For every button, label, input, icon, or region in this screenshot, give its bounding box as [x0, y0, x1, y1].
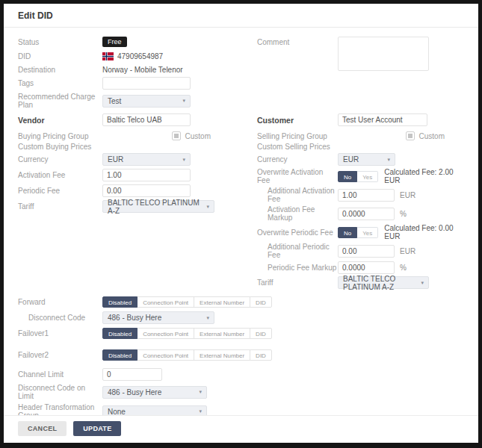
vendor-input[interactable]: [102, 113, 191, 126]
chevron-down-icon: ▾: [387, 157, 390, 163]
periodic-calculated-fee: Calculated Fee: 0.00 EUR: [384, 224, 463, 240]
status-badge: Free: [102, 37, 127, 47]
customer-input[interactable]: [338, 113, 427, 126]
activation-fee-input[interactable]: [102, 169, 191, 181]
update-button[interactable]: UPDATE: [73, 421, 121, 436]
vendor-currency-select[interactable]: EUR ▾: [102, 153, 191, 166]
disconnect-code-select[interactable]: 486 - Busy Here ▾: [102, 311, 214, 324]
percent-suffix: %: [400, 264, 407, 272]
failover2-option-external-number[interactable]: External Number: [194, 349, 250, 361]
overwrite-periodic-fee-toggle: No Yes: [338, 227, 378, 238]
activation-fee-label: Activation Fee: [18, 171, 102, 179]
forward-option-did[interactable]: DID: [250, 296, 272, 308]
forward-segment-group: Disabled Connection Point External Numbe…: [102, 296, 272, 308]
buying-custom-checkbox[interactable]: [172, 131, 181, 140]
eur-suffix: EUR: [400, 247, 415, 255]
channel-limit-input[interactable]: [102, 368, 162, 381]
periodic-fee-markup-label: Periodic Fee Markup: [257, 264, 338, 272]
customer-section-label: Customer: [257, 116, 338, 125]
chevron-down-icon: ▾: [206, 204, 209, 210]
overwrite-activation-fee-toggle: No Yes: [338, 171, 378, 182]
overwrite-periodic-no-button[interactable]: No: [338, 227, 357, 238]
selling-pricing-group-label: Selling Pricing Group: [257, 132, 338, 140]
edit-did-modal: Edit DID Status Free DID 47909654987 Des…: [0, 0, 482, 448]
failover1-option-external-number[interactable]: External Number: [194, 328, 250, 339]
chevron-down-icon: ▾: [199, 389, 202, 395]
customer-currency-label: Currency: [257, 155, 338, 164]
failover2-option-connection-point[interactable]: Connection Point: [137, 349, 194, 361]
failover1-segment-group: Disabled Connection Point External Numbe…: [102, 328, 272, 339]
chevron-down-icon: ▾: [199, 408, 202, 414]
chevron-down-icon: ▾: [206, 315, 209, 321]
header-transformation-group-label: Header Transformation Group: [18, 403, 102, 415]
failover2-segment-group: Disabled Connection Point External Numbe…: [102, 349, 272, 361]
limits-section: Channel Limit Disconnect Code on Limit 4…: [18, 368, 463, 415]
comment-textarea[interactable]: [338, 37, 429, 71]
tags-input[interactable]: [102, 77, 191, 90]
tags-label: Tags: [18, 79, 102, 87]
pricing-section: Vendor Buying Pricing Group Custom Custo…: [18, 113, 463, 289]
chevron-down-icon: ▾: [182, 157, 185, 163]
customer-column: Customer Selling Pricing Group Custom Cu…: [257, 113, 463, 289]
header-transformation-group-select[interactable]: None ▾: [102, 405, 207, 416]
failover1-label: Failover1: [18, 329, 102, 337]
additional-activation-fee-input[interactable]: [338, 189, 395, 202]
additional-periodic-fee-input[interactable]: [338, 245, 395, 258]
additional-periodic-fee-label: Additional Periodic Fee: [257, 243, 338, 259]
activation-calculated-fee: Calculated Fee: 2.00 EUR: [384, 168, 463, 184]
activation-fee-markup-input[interactable]: [338, 208, 395, 220]
chevron-down-icon: ▾: [182, 98, 185, 104]
periodic-fee-markup-input[interactable]: [338, 261, 395, 274]
norway-flag-icon: [102, 52, 114, 60]
disconnect-code-label: Disconnect Code: [18, 314, 102, 322]
customer-tariff-label: Tariff: [257, 279, 338, 287]
vendor-tariff-select[interactable]: BALTIC TELCO PLATINUM A-Z ▾: [102, 200, 214, 213]
overwrite-periodic-yes-button[interactable]: Yes: [357, 227, 378, 238]
customer-currency-select[interactable]: EUR ▾: [338, 153, 395, 166]
channel-limit-label: Channel Limit: [18, 370, 102, 379]
failover2-option-did[interactable]: DID: [250, 349, 272, 361]
status-label: Status: [18, 38, 102, 46]
overwrite-activation-yes-button[interactable]: Yes: [357, 171, 378, 182]
buying-pricing-group-label: Buying Pricing Group: [18, 132, 102, 140]
modal-body: Status Free DID 47909654987 Destination …: [4, 28, 478, 415]
failover1-option-connection-point[interactable]: Connection Point: [137, 328, 194, 339]
failover1-option-disabled[interactable]: Disabled: [102, 328, 138, 339]
charge-plan-select[interactable]: Test ▾: [102, 95, 191, 108]
forward-option-disabled[interactable]: Disabled: [102, 296, 138, 308]
forward-section: Forward Disabled Connection Point Extern…: [18, 296, 463, 361]
buying-custom-label: Custom: [185, 132, 211, 140]
general-section: Status Free DID 47909654987 Destination …: [18, 37, 463, 109]
custom-buying-prices-label: Custom Buying Prices: [18, 143, 102, 151]
overwrite-activation-no-button[interactable]: No: [338, 171, 357, 182]
overwrite-activation-fee-label: Overwrite Activation Fee: [257, 168, 338, 184]
additional-activation-fee-label: Additional Activation Fee: [257, 187, 338, 203]
destination-value: Norway - Mobile Telenor: [102, 66, 183, 74]
vendor-section-label: Vendor: [18, 116, 102, 125]
vendor-column: Vendor Buying Pricing Group Custom Custo…: [18, 113, 257, 289]
periodic-fee-input[interactable]: [102, 184, 191, 197]
custom-selling-prices-label: Custom Selling Prices: [257, 143, 338, 151]
failover2-option-disabled[interactable]: Disabled: [102, 349, 138, 361]
did-label: DID: [18, 52, 102, 60]
customer-tariff-select[interactable]: BALTIC TELCO PLATINUM A-Z ▾: [338, 276, 429, 289]
overwrite-periodic-fee-label: Overwrite Periodic Fee: [257, 228, 338, 237]
chevron-down-icon: ▾: [421, 280, 424, 286]
cancel-button[interactable]: CANCEL: [18, 421, 67, 436]
charge-plan-label: Recommended Charge Plan: [18, 93, 102, 109]
modal-footer: CANCEL UPDATE: [4, 415, 478, 443]
forward-label: Forward: [18, 298, 102, 306]
selling-custom-checkbox[interactable]: [406, 131, 415, 140]
vendor-tariff-label: Tariff: [18, 202, 102, 211]
disconnect-code-on-limit-select[interactable]: 486 - Busy Here ▾: [102, 386, 207, 399]
destination-label: Destination: [18, 66, 102, 74]
selling-custom-label: Custom: [419, 132, 445, 140]
forward-option-external-number[interactable]: External Number: [194, 296, 250, 308]
did-number: 47909654987: [117, 52, 163, 60]
periodic-fee-label: Periodic Fee: [18, 187, 102, 195]
failover2-label: Failover2: [18, 351, 102, 359]
forward-option-connection-point[interactable]: Connection Point: [137, 296, 194, 308]
failover1-option-did[interactable]: DID: [250, 328, 272, 339]
disconnect-code-on-limit-label: Disconnect Code on Limit: [18, 384, 102, 400]
activation-fee-markup-label: Activation Fee Markup: [257, 205, 338, 222]
